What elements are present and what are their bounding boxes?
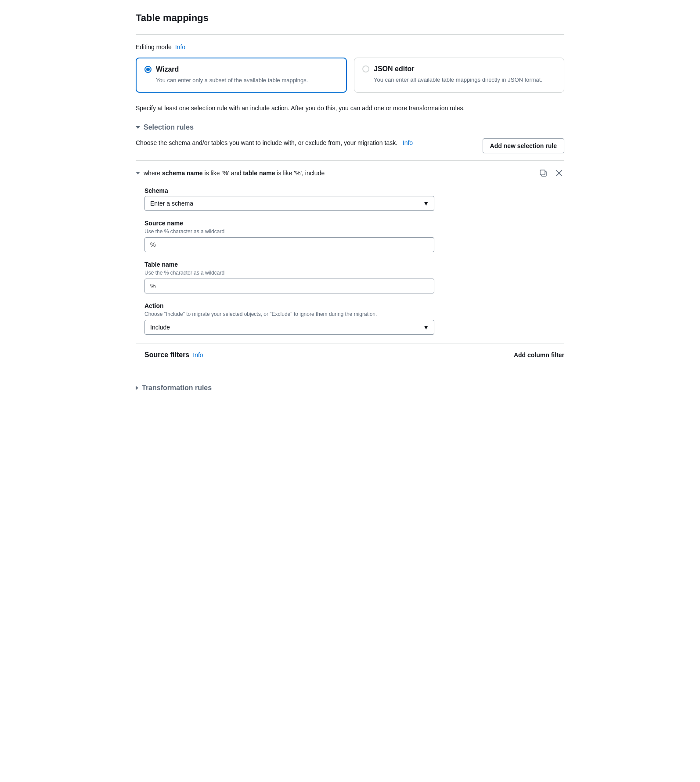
radio-card-wizard[interactable]: Wizard You can enter only a subset of th…	[136, 58, 347, 93]
action-label: Action	[144, 302, 564, 309]
transformation-rules-chevron	[136, 386, 138, 390]
add-selection-rule-button[interactable]: Add new selection rule	[483, 138, 564, 153]
source-filters-label: Source filters	[144, 351, 189, 359]
add-column-filter-button[interactable]: Add column filter	[514, 351, 564, 358]
schema-label: Schema	[144, 187, 564, 194]
description-text: Specify at least one selection rule with…	[136, 103, 564, 113]
radio-cards-container: Wizard You can enter only a subset of th…	[136, 58, 564, 93]
schema-select-wrapper: Enter a schema ▼	[144, 196, 434, 211]
action-field-group: Action Choose "Include" to migrate your …	[144, 302, 564, 335]
editing-mode-info-link[interactable]: Info	[175, 43, 185, 51]
schema-field-group: Schema Enter a schema ▼	[144, 187, 564, 211]
transformation-rules-title: Transformation rules	[142, 384, 212, 392]
radio-json-title: JSON editor	[374, 65, 414, 73]
radio-wizard-desc: You can enter only a subset of the avail…	[156, 76, 338, 85]
radio-wizard-circle	[144, 66, 152, 73]
radio-card-json-editor[interactable]: JSON editor You can enter all available …	[354, 58, 564, 93]
radio-json-desc: You can enter all available table mappin…	[374, 76, 556, 84]
source-filters-left: Source filters Info	[144, 351, 203, 359]
rule-fields: Schema Enter a schema ▼ Source name Use …	[136, 187, 564, 335]
source-name-hint: Use the % character as a wildcard	[144, 228, 564, 235]
transformation-rules-header[interactable]: Transformation rules	[136, 384, 564, 392]
rule-item: where schema name is like '%' and table …	[136, 160, 564, 364]
svg-rect-1	[540, 170, 545, 175]
source-name-input[interactable]	[144, 237, 434, 252]
duplicate-rule-button[interactable]	[538, 168, 548, 178]
editing-mode-label: Editing mode	[136, 43, 172, 51]
table-name-input[interactable]	[144, 279, 434, 293]
selection-rule-desc-row: Choose the schema and/or tables you want…	[136, 138, 564, 153]
rule-summary: where schema name is like '%' and table …	[144, 170, 325, 177]
table-name-label: Table name	[144, 261, 564, 268]
page-title: Table mappings	[136, 12, 564, 24]
action-select-wrapper: Include Exclude ▼	[144, 320, 434, 335]
source-name-label: Source name	[144, 220, 564, 227]
header-divider	[136, 34, 564, 35]
action-hint: Choose "Include" to migrate your selecte…	[144, 311, 564, 317]
selection-rules-title: Selection rules	[144, 123, 194, 131]
rule-item-chevron[interactable]	[136, 172, 140, 174]
selection-rules-body: Choose the schema and/or tables you want…	[136, 138, 564, 364]
rule-item-header: where schema name is like '%' and table …	[136, 168, 564, 178]
radio-json-circle	[362, 65, 369, 72]
selection-rules-info-link[interactable]: Info	[403, 139, 413, 146]
selection-rules-chevron	[136, 126, 140, 129]
selection-rules-header[interactable]: Selection rules	[136, 123, 564, 131]
action-select[interactable]: Include Exclude	[144, 320, 434, 335]
source-name-field-group: Source name Use the % character as a wil…	[144, 220, 564, 252]
source-filters-row: Source filters Info Add column filter	[136, 344, 564, 364]
table-name-hint: Use the % character as a wildcard	[144, 270, 564, 276]
selection-rule-desc: Choose the schema and/or tables you want…	[136, 139, 397, 146]
editing-mode-row: Editing mode Info	[136, 43, 564, 51]
delete-rule-button[interactable]	[554, 168, 564, 178]
source-filters-info-link[interactable]: Info	[193, 351, 203, 358]
table-name-field-group: Table name Use the % character as a wild…	[144, 261, 564, 293]
rule-actions	[538, 168, 564, 178]
schema-select[interactable]: Enter a schema	[144, 196, 434, 211]
selection-rules-section: Selection rules Choose the schema and/or…	[136, 123, 564, 364]
transformation-rules-section: Transformation rules	[136, 375, 564, 392]
radio-wizard-title: Wizard	[156, 65, 179, 73]
